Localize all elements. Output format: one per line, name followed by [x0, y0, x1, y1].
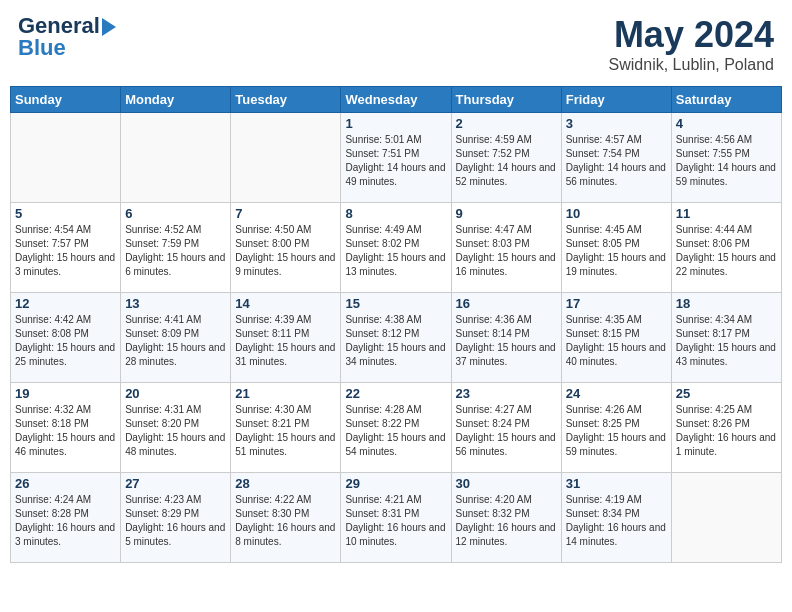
calendar-week-row: 12Sunrise: 4:42 AMSunset: 8:08 PMDayligh…: [11, 293, 782, 383]
day-number: 20: [125, 386, 226, 401]
day-number: 23: [456, 386, 557, 401]
day-number: 18: [676, 296, 777, 311]
day-number: 27: [125, 476, 226, 491]
table-row: 2Sunrise: 4:59 AMSunset: 7:52 PMDaylight…: [451, 113, 561, 203]
title-block: May 2024 Swidnik, Lublin, Poland: [609, 14, 774, 74]
table-row: 16Sunrise: 4:36 AMSunset: 8:14 PMDayligh…: [451, 293, 561, 383]
day-number: 21: [235, 386, 336, 401]
table-row: 25Sunrise: 4:25 AMSunset: 8:26 PMDayligh…: [671, 383, 781, 473]
table-row: 23Sunrise: 4:27 AMSunset: 8:24 PMDayligh…: [451, 383, 561, 473]
day-detail: Sunrise: 4:36 AMSunset: 8:14 PMDaylight:…: [456, 313, 557, 369]
day-number: 19: [15, 386, 116, 401]
table-row: 29Sunrise: 4:21 AMSunset: 8:31 PMDayligh…: [341, 473, 451, 563]
table-row: [121, 113, 231, 203]
day-number: 14: [235, 296, 336, 311]
calendar-header-row: Sunday Monday Tuesday Wednesday Thursday…: [11, 87, 782, 113]
day-detail: Sunrise: 4:31 AMSunset: 8:20 PMDaylight:…: [125, 403, 226, 459]
table-row: 8Sunrise: 4:49 AMSunset: 8:02 PMDaylight…: [341, 203, 451, 293]
day-number: 30: [456, 476, 557, 491]
day-detail: Sunrise: 4:22 AMSunset: 8:30 PMDaylight:…: [235, 493, 336, 549]
table-row: 22Sunrise: 4:28 AMSunset: 8:22 PMDayligh…: [341, 383, 451, 473]
day-number: 11: [676, 206, 777, 221]
day-number: 15: [345, 296, 446, 311]
day-detail: Sunrise: 4:42 AMSunset: 8:08 PMDaylight:…: [15, 313, 116, 369]
table-row: 11Sunrise: 4:44 AMSunset: 8:06 PMDayligh…: [671, 203, 781, 293]
day-number: 17: [566, 296, 667, 311]
day-number: 28: [235, 476, 336, 491]
day-number: 8: [345, 206, 446, 221]
table-row: 27Sunrise: 4:23 AMSunset: 8:29 PMDayligh…: [121, 473, 231, 563]
table-row: 31Sunrise: 4:19 AMSunset: 8:34 PMDayligh…: [561, 473, 671, 563]
calendar-week-row: 26Sunrise: 4:24 AMSunset: 8:28 PMDayligh…: [11, 473, 782, 563]
day-number: 9: [456, 206, 557, 221]
day-detail: Sunrise: 4:21 AMSunset: 8:31 PMDaylight:…: [345, 493, 446, 549]
day-detail: Sunrise: 4:50 AMSunset: 8:00 PMDaylight:…: [235, 223, 336, 279]
day-detail: Sunrise: 4:27 AMSunset: 8:24 PMDaylight:…: [456, 403, 557, 459]
header-monday: Monday: [121, 87, 231, 113]
day-detail: Sunrise: 4:25 AMSunset: 8:26 PMDaylight:…: [676, 403, 777, 459]
table-row: 9Sunrise: 4:47 AMSunset: 8:03 PMDaylight…: [451, 203, 561, 293]
table-row: 3Sunrise: 4:57 AMSunset: 7:54 PMDaylight…: [561, 113, 671, 203]
day-number: 6: [125, 206, 226, 221]
header-saturday: Saturday: [671, 87, 781, 113]
table-row: 20Sunrise: 4:31 AMSunset: 8:20 PMDayligh…: [121, 383, 231, 473]
page-header: General Blue May 2024 Swidnik, Lublin, P…: [10, 10, 782, 78]
day-number: 29: [345, 476, 446, 491]
table-row: 4Sunrise: 4:56 AMSunset: 7:55 PMDaylight…: [671, 113, 781, 203]
table-row: 30Sunrise: 4:20 AMSunset: 8:32 PMDayligh…: [451, 473, 561, 563]
day-number: 25: [676, 386, 777, 401]
day-number: 2: [456, 116, 557, 131]
table-row: 24Sunrise: 4:26 AMSunset: 8:25 PMDayligh…: [561, 383, 671, 473]
month-title: May 2024: [609, 14, 774, 56]
header-tuesday: Tuesday: [231, 87, 341, 113]
day-detail: Sunrise: 5:01 AMSunset: 7:51 PMDaylight:…: [345, 133, 446, 189]
day-detail: Sunrise: 4:19 AMSunset: 8:34 PMDaylight:…: [566, 493, 667, 549]
calendar-table: Sunday Monday Tuesday Wednesday Thursday…: [10, 86, 782, 563]
day-detail: Sunrise: 4:35 AMSunset: 8:15 PMDaylight:…: [566, 313, 667, 369]
calendar-week-row: 5Sunrise: 4:54 AMSunset: 7:57 PMDaylight…: [11, 203, 782, 293]
day-detail: Sunrise: 4:28 AMSunset: 8:22 PMDaylight:…: [345, 403, 446, 459]
day-number: 3: [566, 116, 667, 131]
day-number: 12: [15, 296, 116, 311]
day-number: 26: [15, 476, 116, 491]
day-detail: Sunrise: 4:30 AMSunset: 8:21 PMDaylight:…: [235, 403, 336, 459]
day-number: 7: [235, 206, 336, 221]
table-row: 19Sunrise: 4:32 AMSunset: 8:18 PMDayligh…: [11, 383, 121, 473]
day-detail: Sunrise: 4:56 AMSunset: 7:55 PMDaylight:…: [676, 133, 777, 189]
day-detail: Sunrise: 4:54 AMSunset: 7:57 PMDaylight:…: [15, 223, 116, 279]
table-row: 7Sunrise: 4:50 AMSunset: 8:00 PMDaylight…: [231, 203, 341, 293]
day-detail: Sunrise: 4:20 AMSunset: 8:32 PMDaylight:…: [456, 493, 557, 549]
logo: General Blue: [18, 14, 116, 60]
day-detail: Sunrise: 4:24 AMSunset: 8:28 PMDaylight:…: [15, 493, 116, 549]
table-row: 1Sunrise: 5:01 AMSunset: 7:51 PMDaylight…: [341, 113, 451, 203]
table-row: 18Sunrise: 4:34 AMSunset: 8:17 PMDayligh…: [671, 293, 781, 383]
table-row: 14Sunrise: 4:39 AMSunset: 8:11 PMDayligh…: [231, 293, 341, 383]
logo-arrow-icon: [102, 18, 116, 36]
calendar-week-row: 19Sunrise: 4:32 AMSunset: 8:18 PMDayligh…: [11, 383, 782, 473]
table-row: 17Sunrise: 4:35 AMSunset: 8:15 PMDayligh…: [561, 293, 671, 383]
table-row: 28Sunrise: 4:22 AMSunset: 8:30 PMDayligh…: [231, 473, 341, 563]
day-number: 4: [676, 116, 777, 131]
table-row: [671, 473, 781, 563]
day-number: 24: [566, 386, 667, 401]
table-row: 26Sunrise: 4:24 AMSunset: 8:28 PMDayligh…: [11, 473, 121, 563]
table-row: 15Sunrise: 4:38 AMSunset: 8:12 PMDayligh…: [341, 293, 451, 383]
table-row: 5Sunrise: 4:54 AMSunset: 7:57 PMDaylight…: [11, 203, 121, 293]
day-detail: Sunrise: 4:57 AMSunset: 7:54 PMDaylight:…: [566, 133, 667, 189]
logo-blue-text: Blue: [18, 36, 66, 60]
calendar-week-row: 1Sunrise: 5:01 AMSunset: 7:51 PMDaylight…: [11, 113, 782, 203]
header-friday: Friday: [561, 87, 671, 113]
table-row: [11, 113, 121, 203]
day-detail: Sunrise: 4:44 AMSunset: 8:06 PMDaylight:…: [676, 223, 777, 279]
day-detail: Sunrise: 4:38 AMSunset: 8:12 PMDaylight:…: [345, 313, 446, 369]
header-sunday: Sunday: [11, 87, 121, 113]
day-detail: Sunrise: 4:45 AMSunset: 8:05 PMDaylight:…: [566, 223, 667, 279]
day-detail: Sunrise: 4:39 AMSunset: 8:11 PMDaylight:…: [235, 313, 336, 369]
table-row: 12Sunrise: 4:42 AMSunset: 8:08 PMDayligh…: [11, 293, 121, 383]
location-title: Swidnik, Lublin, Poland: [609, 56, 774, 74]
table-row: 21Sunrise: 4:30 AMSunset: 8:21 PMDayligh…: [231, 383, 341, 473]
header-thursday: Thursday: [451, 87, 561, 113]
day-number: 16: [456, 296, 557, 311]
day-number: 13: [125, 296, 226, 311]
day-number: 5: [15, 206, 116, 221]
